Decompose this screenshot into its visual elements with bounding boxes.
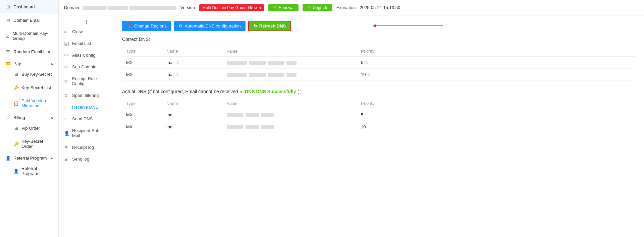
map-pin-icon: 📍 xyxy=(127,23,132,28)
sidebar-item-key-list[interactable]: 🔑 Key-Secret List xyxy=(0,81,58,94)
settings-icon: ⚙ xyxy=(179,23,183,28)
actual-value-2 xyxy=(223,121,357,133)
billing-icon: 📄 xyxy=(5,115,11,120)
email-list-icon: 📊 xyxy=(64,41,69,46)
sidebar-item-key-order[interactable]: 🔑 Key-Secret Order xyxy=(0,135,58,153)
sidebar-item-dashboard[interactable]: ⊞ Dashboard xyxy=(0,0,58,13)
sidebar-item-vip-order[interactable]: ⊞ Vip Order xyxy=(0,121,58,135)
recipient-icon: 👤 xyxy=(64,131,69,136)
actual-type-1: MX xyxy=(122,109,162,121)
list-icon: ☰ xyxy=(5,49,11,54)
sidebar-item-multi-domain[interactable]: ⊡ Multi-Domain Pay-Group xyxy=(0,27,58,45)
receive-dns-icon: ↓ xyxy=(64,105,69,110)
correct-dns-row-2: MX mail ⧉ xyxy=(122,69,636,81)
domain-blur-3 xyxy=(129,6,176,10)
domain-label: Domain xyxy=(64,5,79,10)
submenu-receipt-log[interactable]: ▼ Receipt log xyxy=(59,141,114,153)
correct-dns-row-1: MX mail ⧉ xyxy=(122,57,636,69)
actual-dns-row-2: MX mail 10 xyxy=(122,121,636,133)
arrow-line xyxy=(376,25,443,26)
sidebar-item-domain-email[interactable]: ✉ Domain Email xyxy=(0,13,58,27)
arrow-annotation xyxy=(376,25,443,26)
renewal-button[interactable]: 🌱 Renewal xyxy=(268,4,299,11)
version-badge: Multi-Domain Pay-Group-Growth xyxy=(199,4,264,11)
expiration-value: 2025-05-21 15:13:50 xyxy=(360,5,400,10)
correct-priority-header: Priority xyxy=(357,46,636,57)
expiration-label: Expiration xyxy=(336,5,356,10)
sidebar-item-random-email[interactable]: ☰ Random Email List xyxy=(0,45,58,58)
copy-icon-2[interactable]: ⧉ xyxy=(176,72,179,77)
action-buttons: 📍 Change Regions ⚙ Automatic DNS configu… xyxy=(122,21,636,31)
migration-icon: 📋 xyxy=(13,101,19,106)
correct-name-header: Name xyxy=(162,46,223,57)
correct-priority-2: 10 ⧉ xyxy=(357,69,636,81)
domain-value xyxy=(83,6,176,10)
submenu-send-log[interactable]: ▲ Send log xyxy=(59,153,114,165)
submenu-close[interactable]: ≡ Close xyxy=(59,26,114,38)
main-content: Domain Version Multi-Domain Pay-Group-Gr… xyxy=(59,0,644,237)
domain-blur-1 xyxy=(83,6,107,10)
arrow-head xyxy=(373,24,376,27)
referral-icon: 👤 xyxy=(5,156,11,161)
key-icon: 🔑 xyxy=(13,85,19,90)
domain-blur-2 xyxy=(108,6,128,10)
sidebar-item-buy-key[interactable]: ⊞ Buy Key-Secret xyxy=(0,67,58,81)
sub-domain-icon: ⚙ xyxy=(64,64,69,69)
scroll-up-indicator[interactable]: ⟨ xyxy=(59,18,114,26)
actual-dns-title: Actual DNS (if not configured, Email can… xyxy=(122,89,636,94)
refresh-icon: ↻ xyxy=(254,23,257,28)
copy-icon-1[interactable]: ⧉ xyxy=(176,60,179,65)
refresh-dns-button[interactable]: ↻ Refresh DNS xyxy=(248,21,291,31)
actual-type-2: MX xyxy=(122,121,162,133)
correct-dns-table: Type Name Value Priority MX mail ⧉ xyxy=(122,46,636,81)
submenu-alias-config[interactable]: ⚙ Alias Config xyxy=(59,49,114,61)
submenu-spam[interactable]: ⚙ Spam filtering xyxy=(59,90,114,101)
actual-priority-1: 5 xyxy=(357,109,636,121)
alias-icon: ⚙ xyxy=(64,53,69,58)
sidebar-item-referral-program[interactable]: 👤 Referral Program xyxy=(0,162,58,180)
sidebar: ⊞ Dashboard ✉ Domain Email ⊡ Multi-Domai… xyxy=(0,0,59,237)
multi-domain-icon: ⊡ xyxy=(5,33,10,39)
dashboard-icon: ⊞ xyxy=(5,4,11,9)
sidebar-section-billing[interactable]: 📄 Billing ∧ xyxy=(0,112,58,121)
correct-type-2: MX xyxy=(122,69,162,81)
correct-type-header: Type xyxy=(122,46,162,57)
chevron-up-icon: ∧ xyxy=(51,62,53,65)
submenu-receipt-rule[interactable]: ⚙ Receipt Rule Config xyxy=(59,73,114,90)
sidebar-section-referral[interactable]: 👤 Referral Program ∧ xyxy=(0,153,58,162)
right-panel: 📍 Change Regions ⚙ Automatic DNS configu… xyxy=(114,15,644,237)
content-area: ⟨ ≡ Close 📊 Email List ⚙ Alias Config ⚙ … xyxy=(59,15,644,237)
actual-value-header: Value xyxy=(223,98,357,109)
correct-type-1: MX xyxy=(122,57,162,69)
sidebar-section-pay[interactable]: 💳 Pay ∧ xyxy=(0,58,58,67)
correct-value-header: Value xyxy=(223,46,357,57)
close-icon: ≡ xyxy=(64,29,69,34)
copy-icon-pri-1[interactable]: ⧉ xyxy=(365,60,368,65)
copy-icon-pri-2[interactable]: ⧉ xyxy=(368,72,370,77)
submenu-sub-domain[interactable]: ⚙ Sub-Domain xyxy=(59,61,114,73)
version-label: Version xyxy=(180,5,195,10)
change-regions-button[interactable]: 📍 Change Regions xyxy=(122,21,171,31)
submenu-send-dns[interactable]: ↑ Send DNS xyxy=(59,113,114,125)
header-bar: Domain Version Multi-Domain Pay-Group-Gr… xyxy=(59,0,644,15)
submenu-receive-dns[interactable]: ↓ Receive DNS xyxy=(59,101,114,113)
actual-type-header: Type xyxy=(122,98,162,109)
actual-priority-header: Priority xyxy=(357,98,636,109)
submenu-recipient-sub[interactable]: 👤 Recipient Sub-Mail xyxy=(59,125,114,141)
sidebar-item-paid-migration[interactable]: 📋 Paid Version Migration xyxy=(0,94,58,112)
correct-name-1: mail ⧉ xyxy=(162,57,223,69)
receipt-rule-icon: ⚙ xyxy=(64,79,69,84)
actual-dns-table: Type Name Value Priority MX mail xyxy=(122,98,636,133)
receipt-log-icon: ▼ xyxy=(64,145,69,150)
vip-icon: ⊞ xyxy=(13,125,19,131)
spam-icon: ⚙ xyxy=(64,93,69,98)
chevron-billing-icon: ∧ xyxy=(51,116,53,119)
submenu-panel: ⟨ ≡ Close 📊 Email List ⚙ Alias Config ⚙ … xyxy=(59,15,114,237)
upgrade-button[interactable]: 🌱 Upgrade xyxy=(303,4,332,11)
actual-name-1: mail xyxy=(162,109,223,121)
auto-dns-button[interactable]: ⚙ Automatic DNS configuration xyxy=(174,21,246,31)
submenu-email-list[interactable]: 📊 Email List xyxy=(59,38,114,49)
dns-ok-dot: ● xyxy=(240,89,243,94)
actual-value-1 xyxy=(223,109,357,121)
dns-status: DNS DNS Successfully xyxy=(245,89,296,94)
